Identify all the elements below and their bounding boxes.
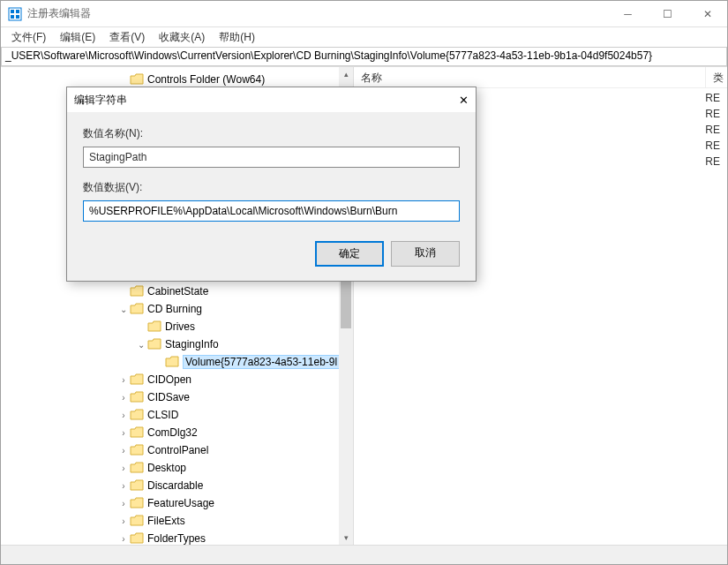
address-bar[interactable]: _USER\Software\Microsoft\Windows\Current… [1,47,727,66]
expander-icon[interactable]: › [117,516,130,526]
svg-rect-2 [16,10,19,13]
expander-icon[interactable]: › [117,481,130,491]
tree-node[interactable]: Volume{5777a823-4a53-11eb-9l [4,353,353,371]
address-text: _USER\Software\Microsoft\Windows\Current… [5,49,652,62]
menu-edit[interactable]: 编辑(E) [53,28,102,47]
svg-rect-4 [16,15,19,19]
close-button[interactable]: ✕ [687,1,727,27]
tree-label: FeatureUsage [147,497,214,509]
dialog-buttons: 确定 取消 [67,229,476,281]
folder-icon [130,391,144,403]
tree-label: CIDOpen [147,373,191,386]
folder-icon [130,462,144,474]
statusbar [1,545,727,564]
tree-node[interactable]: ›ComDlg32 [4,424,353,441]
menu-view[interactable]: 查看(V) [102,28,152,47]
tree-node[interactable]: ›CLSID [4,406,353,424]
window-buttons: ─ ☐ ✕ [608,1,727,27]
tree-node[interactable]: ›ControlPanel [4,441,353,459]
tree-label: CabinetState [147,285,208,298]
folder-icon [130,409,144,421]
value-name-label: 数值名称(N): [83,126,460,141]
tree-node[interactable]: Drives [4,318,353,335]
window-title: 注册表编辑器 [27,6,608,21]
scroll-down-icon[interactable]: ▾ [339,531,353,545]
list-row-type[interactable]: RE [700,122,725,138]
tree-label: Volume{5777a823-4a53-11eb-9l [183,355,340,369]
folder-icon [165,356,179,368]
expander-icon[interactable]: › [117,393,130,403]
folder-icon [130,373,144,386]
menu-favorites[interactable]: 收藏夹(A) [152,28,212,47]
tree-node[interactable]: ⌄StagingInfo [4,335,353,353]
list-row-type[interactable]: RE [700,90,725,106]
value-name-field[interactable] [83,147,460,168]
list-row-type[interactable]: RE [700,106,725,122]
list-row-type[interactable]: RE [700,154,725,170]
folder-icon [147,338,161,350]
expander-icon[interactable]: › [117,463,130,473]
list-row-type[interactable]: RE [700,138,725,154]
folder-icon [130,479,144,492]
expander-icon[interactable]: › [117,446,130,456]
menu-help[interactable]: 帮助(H) [212,28,262,47]
expander-icon[interactable]: ⌄ [135,340,147,350]
list-header: 名称 类 [354,67,727,88]
folder-icon [130,444,144,456]
regedit-window: 注册表编辑器 ─ ☐ ✕ 文件(F) 编辑(E) 查看(V) 收藏夹(A) 帮助… [0,0,728,565]
tree-node[interactable]: CabinetState [4,282,353,300]
column-name[interactable]: 名称 [354,67,706,87]
tree-label: Desktop [147,462,186,474]
tree-node[interactable]: ›Discardable [4,477,353,494]
expander-icon[interactable]: › [117,428,130,438]
tree-label: CIDSave [147,391,190,403]
column-type[interactable]: 类 [706,67,727,87]
folder-icon [130,73,144,86]
tree-node[interactable]: ›CIDOpen [4,371,353,388]
tree-label: Controls Folder (Wow64) [147,73,265,86]
expander-icon[interactable]: › [117,411,130,420]
folder-icon [130,497,144,509]
expander-icon[interactable]: › [117,375,130,385]
tree-node[interactable]: ›FeatureUsage [4,494,353,512]
value-data-label: 数值数据(V): [83,180,460,195]
tree-label: CLSID [147,409,178,421]
tree-node[interactable]: ›CIDSave [4,388,353,406]
cancel-button[interactable]: 取消 [391,241,460,267]
maximize-button[interactable]: ☐ [648,1,687,27]
tree-node[interactable]: ⌄CD Burning [4,300,353,318]
folder-icon [130,426,144,439]
svg-rect-3 [11,15,14,19]
folder-icon [147,320,161,333]
dialog-titlebar: 编辑字符串 ✕ [67,87,476,112]
tree-label: StagingInfo [165,338,219,350]
ok-button[interactable]: 确定 [315,241,384,267]
tree-node[interactable]: Controls Folder (Wow64) [4,71,353,88]
tree-node[interactable]: ›Desktop [4,459,353,477]
dialog-body: 数值名称(N): 数值数据(V): [67,112,476,229]
tree-label: ComDlg32 [147,426,198,439]
tree-label: CD Burning [147,303,202,315]
tree-node[interactable]: ›FolderTypes [4,530,353,545]
folder-icon [130,285,144,298]
edit-string-dialog: 编辑字符串 ✕ 数值名称(N): 数值数据(V): 确定 取消 [66,87,477,282]
expander-icon[interactable]: › [117,499,130,508]
menubar: 文件(F) 编辑(E) 查看(V) 收藏夹(A) 帮助(H) [1,27,727,47]
tree-label: FileExts [147,515,185,527]
expander-icon[interactable]: › [117,534,130,544]
folder-icon [130,532,144,545]
svg-rect-1 [11,10,14,13]
menu-file[interactable]: 文件(F) [4,28,53,47]
tree-label: FolderTypes [147,532,206,545]
scroll-up-icon[interactable]: ▴ [339,67,353,81]
folder-icon [130,515,144,527]
value-data-field[interactable] [83,200,460,222]
folder-icon [130,303,144,315]
tree-label: ControlPanel [147,444,208,456]
app-icon [8,7,22,21]
tree-node[interactable]: ›FileExts [4,512,353,530]
expander-icon[interactable]: ⌄ [117,305,130,314]
dialog-close-button[interactable]: ✕ [444,94,469,107]
dialog-title: 编辑字符串 [74,93,444,108]
minimize-button[interactable]: ─ [608,1,648,27]
